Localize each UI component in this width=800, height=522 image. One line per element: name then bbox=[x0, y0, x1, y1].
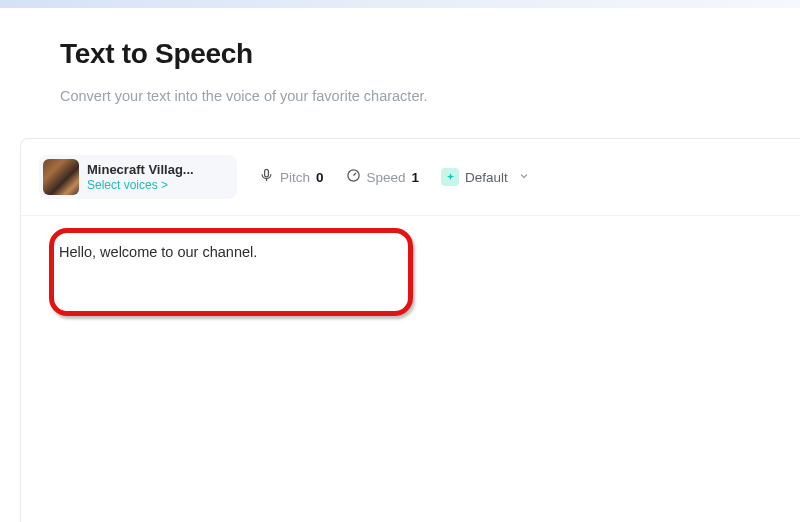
page-title: Text to Speech bbox=[60, 38, 740, 70]
page-subtitle: Convert your text into the voice of your… bbox=[60, 88, 740, 104]
speed-control[interactable]: Speed 1 bbox=[346, 168, 420, 187]
top-gradient-bar bbox=[0, 0, 800, 8]
pitch-control[interactable]: Pitch 0 bbox=[259, 168, 324, 187]
pitch-value: 0 bbox=[316, 170, 324, 185]
chevron-down-icon bbox=[518, 168, 530, 186]
text-editor-area: Hello, welcome to our channel. bbox=[21, 216, 800, 292]
preset-dropdown[interactable]: Default bbox=[441, 168, 530, 186]
voice-selector[interactable]: Minecraft Villag... Select voices > bbox=[39, 155, 237, 199]
voice-name: Minecraft Villag... bbox=[87, 162, 194, 177]
main-panel: Minecraft Villag... Select voices > Pitc… bbox=[20, 138, 800, 522]
toolbar: Minecraft Villag... Select voices > Pitc… bbox=[21, 139, 800, 216]
pitch-label: Pitch bbox=[280, 170, 310, 185]
speed-value: 1 bbox=[412, 170, 420, 185]
microphone-icon bbox=[259, 168, 274, 187]
preset-label: Default bbox=[465, 170, 508, 185]
gauge-icon bbox=[346, 168, 361, 187]
select-voices-link[interactable]: Select voices > bbox=[87, 178, 194, 192]
speed-label: Speed bbox=[367, 170, 406, 185]
svg-rect-0 bbox=[265, 169, 269, 177]
text-input[interactable]: Hello, welcome to our channel. bbox=[49, 228, 381, 292]
voice-info: Minecraft Villag... Select voices > bbox=[87, 162, 194, 192]
sparkle-icon bbox=[441, 168, 459, 186]
svg-line-3 bbox=[353, 173, 356, 176]
page-header: Text to Speech Convert your text into th… bbox=[0, 0, 800, 104]
voice-avatar bbox=[43, 159, 79, 195]
